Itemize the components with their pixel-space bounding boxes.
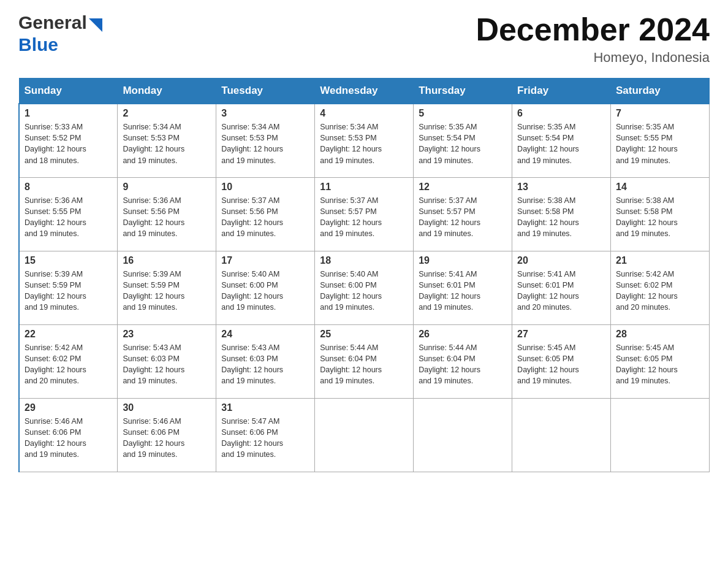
calendar-title: December 2024 <box>476 12 710 47</box>
calendar-cell: 10 Sunrise: 5:37 AM Sunset: 5:56 PM Dayl… <box>216 177 315 251</box>
calendar-cell: 7 Sunrise: 5:35 AM Sunset: 5:55 PM Dayli… <box>611 104 710 177</box>
day-number: 25 <box>320 329 408 340</box>
calendar-week-row: 8 Sunrise: 5:36 AM Sunset: 5:55 PM Dayli… <box>19 177 710 251</box>
calendar-cell <box>611 398 710 472</box>
day-info: Sunrise: 5:34 AM Sunset: 5:53 PM Dayligh… <box>221 121 309 166</box>
day-info: Sunrise: 5:39 AM Sunset: 5:59 PM Dayligh… <box>123 269 211 313</box>
svg-marker-0 <box>89 18 102 32</box>
day-info: Sunrise: 5:33 AM Sunset: 5:52 PM Dayligh… <box>25 121 112 166</box>
calendar-week-row: 15 Sunrise: 5:39 AM Sunset: 5:59 PM Dayl… <box>19 251 710 324</box>
day-number: 14 <box>616 182 704 193</box>
calendar-cell: 3 Sunrise: 5:34 AM Sunset: 5:53 PM Dayli… <box>216 104 315 177</box>
day-info: Sunrise: 5:38 AM Sunset: 5:58 PM Dayligh… <box>517 195 605 240</box>
day-number: 26 <box>419 329 507 340</box>
day-number: 11 <box>320 182 408 193</box>
day-info: Sunrise: 5:43 AM Sunset: 6:03 PM Dayligh… <box>221 342 309 387</box>
logo-blue-text: Blue <box>18 34 58 55</box>
day-info: Sunrise: 5:40 AM Sunset: 6:00 PM Dayligh… <box>320 269 408 313</box>
day-number: 27 <box>517 329 605 340</box>
calendar-cell <box>512 398 611 472</box>
day-info: Sunrise: 5:39 AM Sunset: 5:59 PM Dayligh… <box>25 269 112 313</box>
calendar-cell: 23 Sunrise: 5:43 AM Sunset: 6:03 PM Dayl… <box>118 324 216 398</box>
day-info: Sunrise: 5:35 AM Sunset: 5:55 PM Dayligh… <box>616 121 704 166</box>
calendar-week-row: 29 Sunrise: 5:46 AM Sunset: 6:06 PM Dayl… <box>19 398 710 472</box>
day-info: Sunrise: 5:37 AM Sunset: 5:56 PM Dayligh… <box>221 195 309 240</box>
day-number: 19 <box>419 255 507 266</box>
logo-general-text: General <box>18 12 87 33</box>
calendar-cell <box>315 398 414 472</box>
calendar-cell: 24 Sunrise: 5:43 AM Sunset: 6:03 PM Dayl… <box>216 324 315 398</box>
weekday-header-friday: Friday <box>512 79 611 104</box>
calendar-cell: 13 Sunrise: 5:38 AM Sunset: 5:58 PM Dayl… <box>512 177 611 251</box>
day-info: Sunrise: 5:44 AM Sunset: 6:04 PM Dayligh… <box>419 342 507 387</box>
logo-triangle-icon <box>89 18 102 34</box>
day-number: 12 <box>419 182 507 193</box>
calendar-cell: 4 Sunrise: 5:34 AM Sunset: 5:53 PM Dayli… <box>315 104 414 177</box>
day-number: 6 <box>517 108 605 119</box>
day-number: 24 <box>221 329 309 340</box>
calendar-cell: 17 Sunrise: 5:40 AM Sunset: 6:00 PM Dayl… <box>216 251 315 324</box>
day-number: 8 <box>25 182 112 193</box>
calendar-cell: 29 Sunrise: 5:46 AM Sunset: 6:06 PM Dayl… <box>19 398 118 472</box>
day-number: 22 <box>25 329 112 340</box>
calendar-cell: 16 Sunrise: 5:39 AM Sunset: 5:59 PM Dayl… <box>118 251 216 324</box>
day-number: 4 <box>320 108 408 119</box>
day-number: 17 <box>221 255 309 266</box>
day-number: 3 <box>221 108 309 119</box>
calendar-cell: 8 Sunrise: 5:36 AM Sunset: 5:55 PM Dayli… <box>19 177 118 251</box>
day-number: 2 <box>123 108 211 119</box>
day-number: 10 <box>221 182 309 193</box>
day-number: 13 <box>517 182 605 193</box>
day-info: Sunrise: 5:43 AM Sunset: 6:03 PM Dayligh… <box>123 342 211 387</box>
day-number: 16 <box>123 255 211 266</box>
day-number: 23 <box>123 329 211 340</box>
calendar-cell: 26 Sunrise: 5:44 AM Sunset: 6:04 PM Dayl… <box>414 324 512 398</box>
calendar-cell: 14 Sunrise: 5:38 AM Sunset: 5:58 PM Dayl… <box>611 177 710 251</box>
day-number: 29 <box>25 402 112 413</box>
weekday-header-wednesday: Wednesday <box>315 79 414 104</box>
day-info: Sunrise: 5:41 AM Sunset: 6:01 PM Dayligh… <box>517 269 605 313</box>
calendar-cell: 31 Sunrise: 5:47 AM Sunset: 6:06 PM Dayl… <box>216 398 315 472</box>
calendar-table: SundayMondayTuesdayWednesdayThursdayFrid… <box>18 78 710 472</box>
day-number: 7 <box>616 108 704 119</box>
calendar-cell: 18 Sunrise: 5:40 AM Sunset: 6:00 PM Dayl… <box>315 251 414 324</box>
calendar-cell: 11 Sunrise: 5:37 AM Sunset: 5:57 PM Dayl… <box>315 177 414 251</box>
day-info: Sunrise: 5:41 AM Sunset: 6:01 PM Dayligh… <box>419 269 507 313</box>
day-info: Sunrise: 5:37 AM Sunset: 5:57 PM Dayligh… <box>419 195 507 240</box>
day-number: 9 <box>123 182 211 193</box>
weekday-header-saturday: Saturday <box>611 79 710 104</box>
page-header: General Blue December 2024 Homeyo, Indon… <box>18 12 710 66</box>
day-info: Sunrise: 5:42 AM Sunset: 6:02 PM Dayligh… <box>616 269 704 313</box>
calendar-cell <box>414 398 512 472</box>
day-info: Sunrise: 5:38 AM Sunset: 5:58 PM Dayligh… <box>616 195 704 240</box>
calendar-cell: 28 Sunrise: 5:45 AM Sunset: 6:05 PM Dayl… <box>611 324 710 398</box>
day-info: Sunrise: 5:34 AM Sunset: 5:53 PM Dayligh… <box>123 121 211 166</box>
day-info: Sunrise: 5:40 AM Sunset: 6:00 PM Dayligh… <box>221 269 309 313</box>
calendar-cell: 22 Sunrise: 5:42 AM Sunset: 6:02 PM Dayl… <box>19 324 118 398</box>
calendar-subtitle: Homeyo, Indonesia <box>476 50 710 66</box>
day-info: Sunrise: 5:44 AM Sunset: 6:04 PM Dayligh… <box>320 342 408 387</box>
weekday-header-thursday: Thursday <box>414 79 512 104</box>
day-number: 28 <box>616 329 704 340</box>
day-number: 15 <box>25 255 112 266</box>
day-info: Sunrise: 5:47 AM Sunset: 6:06 PM Dayligh… <box>221 416 309 461</box>
day-info: Sunrise: 5:46 AM Sunset: 6:06 PM Dayligh… <box>123 416 211 461</box>
day-info: Sunrise: 5:45 AM Sunset: 6:05 PM Dayligh… <box>616 342 704 387</box>
calendar-cell: 9 Sunrise: 5:36 AM Sunset: 5:56 PM Dayli… <box>118 177 216 251</box>
calendar-cell: 12 Sunrise: 5:37 AM Sunset: 5:57 PM Dayl… <box>414 177 512 251</box>
weekday-header-tuesday: Tuesday <box>216 79 315 104</box>
weekday-header-row: SundayMondayTuesdayWednesdayThursdayFrid… <box>19 79 710 104</box>
calendar-cell: 2 Sunrise: 5:34 AM Sunset: 5:53 PM Dayli… <box>118 104 216 177</box>
calendar-cell: 27 Sunrise: 5:45 AM Sunset: 6:05 PM Dayl… <box>512 324 611 398</box>
calendar-cell: 20 Sunrise: 5:41 AM Sunset: 6:01 PM Dayl… <box>512 251 611 324</box>
calendar-cell: 30 Sunrise: 5:46 AM Sunset: 6:06 PM Dayl… <box>118 398 216 472</box>
logo: General Blue <box>18 12 102 55</box>
day-number: 21 <box>616 255 704 266</box>
day-number: 1 <box>25 108 112 119</box>
day-number: 31 <box>221 402 309 413</box>
day-info: Sunrise: 5:36 AM Sunset: 5:55 PM Dayligh… <box>25 195 112 240</box>
day-info: Sunrise: 5:36 AM Sunset: 5:56 PM Dayligh… <box>123 195 211 240</box>
calendar-cell: 5 Sunrise: 5:35 AM Sunset: 5:54 PM Dayli… <box>414 104 512 177</box>
calendar-cell: 21 Sunrise: 5:42 AM Sunset: 6:02 PM Dayl… <box>611 251 710 324</box>
calendar-cell: 25 Sunrise: 5:44 AM Sunset: 6:04 PM Dayl… <box>315 324 414 398</box>
